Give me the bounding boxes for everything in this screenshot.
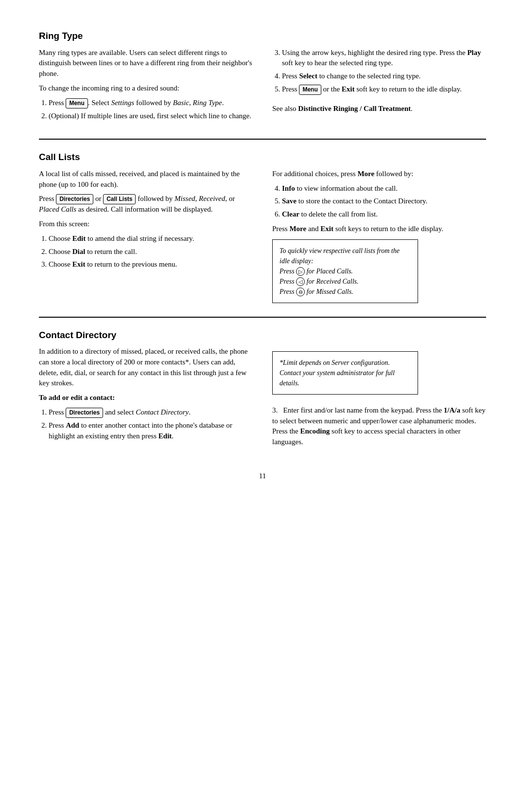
received-calls-icon: ◁ bbox=[296, 277, 305, 286]
call-lists-p2: Press Directories or Call Lists followed… bbox=[39, 194, 253, 215]
contact-directory-content: In addition to a directory of missed, pl… bbox=[39, 346, 486, 451]
tip-line2: Press ▷ for Placed Calls. bbox=[280, 268, 353, 275]
call-lists-p5: Press More and Exit soft keys to return … bbox=[272, 224, 486, 235]
ring-type-content: Many ring types are available. Users can… bbox=[39, 48, 486, 126]
menu-key[interactable]: Menu bbox=[66, 98, 88, 108]
ring-type-step-1: Press Menu. Select Settings followed by … bbox=[49, 98, 253, 108]
call-lists-right: For additional choices, press More follo… bbox=[272, 169, 486, 303]
call-lists-section: Call Lists A local list of calls missed,… bbox=[39, 150, 486, 303]
call-lists-step-2: Choose Dial to return the call. bbox=[49, 247, 253, 257]
call-lists-title: Call Lists bbox=[39, 150, 486, 164]
info-box-text: *Limit depends on Server configuration. … bbox=[280, 359, 395, 387]
call-lists-left: A local list of calls missed, received, … bbox=[39, 169, 253, 303]
ring-type-steps-left: Press Menu. Select Settings followed by … bbox=[49, 98, 253, 122]
contact-directory-info-box: *Limit depends on Server configuration. … bbox=[272, 351, 418, 395]
call-lists-tip-box: To quickly view respective call lists fr… bbox=[272, 239, 418, 303]
contact-directory-step-2: Press Add to enter another contact into … bbox=[49, 420, 253, 442]
ring-type-step-5: Press Menu or the Exit soft key to retur… bbox=[282, 84, 486, 95]
contact-directory-step-1: Press Directories and select Contact Dir… bbox=[49, 407, 253, 418]
ring-type-section: Ring Type Many ring types are available.… bbox=[39, 29, 486, 125]
call-lists-steps-right: Info to view information about the call.… bbox=[282, 183, 486, 220]
contact-directory-subheading: To add or edit a contact: bbox=[39, 393, 253, 403]
ring-type-step-2: (Optional) If multiple lines are used, f… bbox=[49, 111, 253, 122]
directories-key[interactable]: Directories bbox=[56, 194, 93, 204]
missed-calls-icon: ⊖ bbox=[296, 288, 305, 296]
directories-key-2[interactable]: Directories bbox=[66, 408, 103, 418]
ring-type-steps-right: Using the arrow keys, highlight the desi… bbox=[282, 48, 486, 95]
contact-directory-section: Contact Directory In addition to a direc… bbox=[39, 328, 486, 451]
menu-key-2[interactable]: Menu bbox=[299, 85, 321, 95]
contact-directory-p1: In addition to a directory of missed, pl… bbox=[39, 346, 253, 389]
call-lists-content: A local list of calls missed, received, … bbox=[39, 169, 486, 303]
call-lists-step-3: Choose Exit to return to the previous me… bbox=[49, 259, 253, 270]
ring-type-p2: To change the incoming ring to a desired… bbox=[39, 83, 253, 94]
call-lists-p3: From this screen: bbox=[39, 219, 253, 230]
ring-type-step-4: Press Select to change to the selected r… bbox=[282, 71, 486, 82]
page-number: 11 bbox=[39, 471, 486, 482]
ring-type-right: Using the arrow keys, highlight the desi… bbox=[272, 48, 486, 126]
ring-type-p1: Many ring types are available. Users can… bbox=[39, 48, 253, 79]
contact-directory-title: Contact Directory bbox=[39, 328, 486, 342]
see-also-text: See also Distinctive Ringing / Call Trea… bbox=[272, 105, 413, 112]
contact-directory-steps-left: Press Directories and select Contact Dir… bbox=[49, 407, 253, 441]
see-also: See also Distinctive Ringing / Call Trea… bbox=[272, 104, 486, 114]
placed-calls-icon: ▷ bbox=[296, 267, 305, 276]
tip-line4: Press ⊖ for Missed Calls. bbox=[280, 288, 353, 295]
call-lists-p1: A local list of calls missed, received, … bbox=[39, 169, 253, 190]
call-lists-key[interactable]: Call Lists bbox=[103, 194, 136, 204]
ring-type-title: Ring Type bbox=[39, 29, 486, 43]
ring-type-step-3: Using the arrow keys, highlight the desi… bbox=[282, 48, 486, 69]
ring-type-left: Many ring types are available. Users can… bbox=[39, 48, 253, 126]
contact-directory-left: In addition to a directory of missed, pl… bbox=[39, 346, 253, 451]
tip-line3: Press ◁ for Received Calls. bbox=[280, 278, 359, 285]
call-lists-step-5: Save to store the contact to the Contact… bbox=[282, 196, 486, 207]
contact-directory-right: *Limit depends on Server configuration. … bbox=[272, 346, 486, 451]
call-lists-steps-left: Choose Edit to amend the dial string if … bbox=[49, 234, 253, 270]
divider-1 bbox=[39, 139, 486, 140]
call-lists-p4: For additional choices, press More follo… bbox=[272, 169, 486, 180]
call-lists-step-6: Clear to delete the call from list. bbox=[282, 209, 486, 220]
tip-line1: To quickly view respective call lists fr… bbox=[280, 247, 400, 265]
call-lists-step-1: Choose Edit to amend the dial string if … bbox=[49, 234, 253, 244]
call-lists-step-4: Info to view information about the call. bbox=[282, 183, 486, 194]
divider-2 bbox=[39, 317, 486, 318]
contact-directory-step-3: 3. Enter first and/or last name from the… bbox=[272, 405, 486, 448]
